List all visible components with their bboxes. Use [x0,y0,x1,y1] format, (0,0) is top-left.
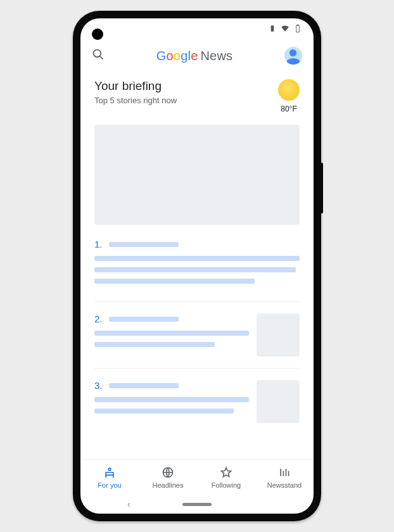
search-icon [92,52,105,63]
globe-icon [162,466,174,480]
svg-point-2 [108,468,111,471]
vibrate-icon [268,24,277,35]
briefing-subtitle: Top 5 stories right now [94,96,177,105]
svg-line-1 [100,56,103,60]
story-source-placeholder [109,242,179,247]
story-headline-placeholder [94,267,296,272]
star-icon [220,466,232,480]
home-pill[interactable] [182,503,212,506]
app-title: GoogleNews [156,49,233,63]
nav-item-label: Following [212,481,241,489]
hero-story-placeholder[interactable] [94,125,300,225]
nav-item-newsstand[interactable]: Newsstand [255,460,314,495]
briefing-title: Your briefing [94,79,177,93]
story-item[interactable]: 3. [94,368,300,423]
phone-screen: GoogleNews Your briefing Top 5 stories r… [80,18,314,514]
story-thumbnail-placeholder [257,314,300,357]
story-list: 1.2.3. [94,227,300,423]
status-bar [80,18,314,41]
foryou-icon [103,466,116,480]
temperature-label: 80°F [278,104,300,113]
story-rank: 2. [94,314,103,324]
story-item[interactable]: 1. [94,227,300,290]
story-headline-placeholder [94,342,215,347]
svg-point-0 [94,50,101,58]
story-body: 3. [94,380,249,423]
wifi-icon [281,24,289,35]
phone-frame: GoogleNews Your briefing Top 5 stories r… [73,11,321,521]
app-bar: GoogleNews [80,41,314,70]
camera-cutout [92,28,103,40]
nav-item-label: Headlines [153,481,184,489]
story-thumbnail-placeholder [257,380,300,423]
briefing-header: Your briefing Top 5 stories right now 80… [94,79,300,113]
back-icon[interactable]: ‹ [127,499,130,509]
newsstand-icon [278,466,291,480]
story-headline-placeholder [94,331,249,336]
nav-item-label: For you [98,481,121,489]
story-headline-placeholder [94,256,300,261]
nav-item-foryou[interactable]: For you [80,460,139,495]
account-avatar[interactable] [284,47,302,65]
search-button[interactable] [92,48,105,63]
story-source-placeholder [109,317,179,322]
bottom-navigation: For youHeadlinesFollowingNewsstand [80,459,314,495]
story-headline-placeholder [94,397,249,402]
sun-icon [278,79,300,101]
story-item[interactable]: 2. [94,301,300,357]
story-headline-placeholder [94,408,234,414]
story-source-placeholder [109,383,179,388]
story-body: 1. [94,239,300,290]
nav-item-globe[interactable]: Headlines [139,460,197,495]
battery-icon [293,24,302,35]
story-body: 2. [94,314,249,357]
story-rank: 1. [94,239,103,250]
story-headline-placeholder [94,279,255,284]
nav-item-label: Newsstand [267,481,302,489]
system-nav-bar: ‹ [80,495,314,514]
weather-widget[interactable]: 80°F [278,79,300,113]
nav-item-star[interactable]: Following [197,460,255,495]
main-content: Your briefing Top 5 stories right now 80… [80,70,314,459]
story-rank: 3. [94,380,103,391]
